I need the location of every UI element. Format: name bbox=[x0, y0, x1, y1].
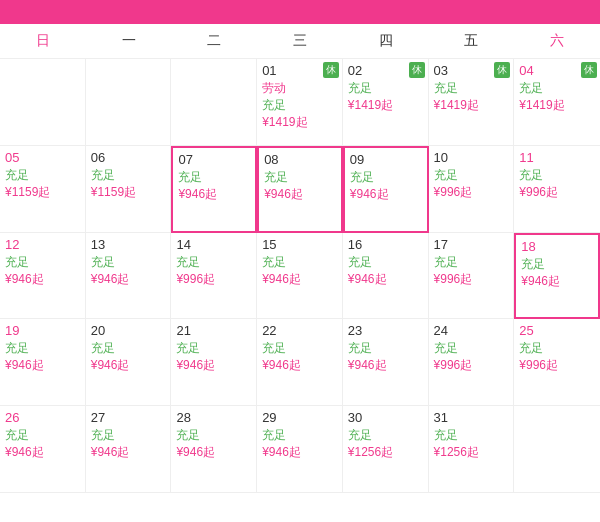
day-number: 09 bbox=[350, 152, 422, 167]
availability-status: 充足 bbox=[5, 340, 80, 357]
day-cell-01[interactable]: 01劳动充足¥1419起休 bbox=[257, 59, 343, 146]
day-cell-19[interactable]: 19充足¥946起 bbox=[0, 319, 86, 406]
weekday-tue: 二 bbox=[171, 24, 257, 58]
price-label: ¥996起 bbox=[434, 357, 509, 374]
holiday-badge: 休 bbox=[323, 62, 339, 78]
empty-cell bbox=[514, 406, 600, 493]
day-cell-23[interactable]: 23充足¥946起 bbox=[343, 319, 429, 406]
day-number: 27 bbox=[91, 410, 166, 425]
day-cell-30[interactable]: 30充足¥1256起 bbox=[343, 406, 429, 493]
price-label: ¥946起 bbox=[178, 186, 250, 203]
day-cell-07[interactable]: 07充足¥946起 bbox=[171, 146, 257, 233]
day-number: 10 bbox=[434, 150, 509, 165]
holiday-badge: 休 bbox=[494, 62, 510, 78]
day-cell-08[interactable]: 08充足¥946起 bbox=[257, 146, 343, 233]
day-number: 05 bbox=[5, 150, 80, 165]
day-cell-10[interactable]: 10充足¥996起 bbox=[429, 146, 515, 233]
price-label: ¥946起 bbox=[5, 357, 80, 374]
day-number: 17 bbox=[434, 237, 509, 252]
availability-status: 充足 bbox=[91, 254, 166, 271]
next-month-button[interactable] bbox=[558, 0, 590, 28]
price-label: ¥1256起 bbox=[434, 444, 509, 461]
empty-cell bbox=[86, 59, 172, 146]
availability-status: 充足 bbox=[262, 97, 337, 114]
day-cell-04[interactable]: 04充足¥1419起休 bbox=[514, 59, 600, 146]
day-number: 08 bbox=[264, 152, 336, 167]
availability-status: 充足 bbox=[176, 254, 251, 271]
availability-status: 充足 bbox=[519, 340, 595, 357]
availability-status: 充足 bbox=[348, 80, 423, 97]
day-cell-28[interactable]: 28充足¥946起 bbox=[171, 406, 257, 493]
day-number: 26 bbox=[5, 410, 80, 425]
availability-status: 充足 bbox=[262, 340, 337, 357]
availability-status: 充足 bbox=[176, 340, 251, 357]
price-label: ¥946起 bbox=[264, 186, 336, 203]
day-number: 12 bbox=[5, 237, 80, 252]
availability-status: 充足 bbox=[434, 80, 509, 97]
day-cell-18[interactable]: 18充足¥946起 bbox=[514, 233, 600, 320]
day-cell-16[interactable]: 16充足¥946起 bbox=[343, 233, 429, 320]
empty-cell bbox=[171, 59, 257, 146]
day-cell-17[interactable]: 17充足¥996起 bbox=[429, 233, 515, 320]
weekday-mon: 一 bbox=[86, 24, 172, 58]
calendar-header bbox=[0, 0, 600, 24]
day-cell-15[interactable]: 15充足¥946起 bbox=[257, 233, 343, 320]
price-label: ¥996起 bbox=[434, 184, 509, 201]
day-number: 28 bbox=[176, 410, 251, 425]
price-label: ¥946起 bbox=[5, 444, 80, 461]
availability-status: 充足 bbox=[91, 340, 166, 357]
day-cell-14[interactable]: 14充足¥996起 bbox=[171, 233, 257, 320]
availability-status: 充足 bbox=[350, 169, 422, 186]
price-label: ¥1159起 bbox=[91, 184, 166, 201]
price-label: ¥946起 bbox=[176, 444, 251, 461]
availability-status: 充足 bbox=[434, 340, 509, 357]
day-cell-25[interactable]: 25充足¥996起 bbox=[514, 319, 600, 406]
availability-status: 充足 bbox=[91, 427, 166, 444]
price-label: ¥946起 bbox=[5, 271, 80, 288]
price-label: ¥1419起 bbox=[348, 97, 423, 114]
day-cell-27[interactable]: 27充足¥946起 bbox=[86, 406, 172, 493]
day-cell-29[interactable]: 29充足¥946起 bbox=[257, 406, 343, 493]
day-number: 31 bbox=[434, 410, 509, 425]
availability-status: 充足 bbox=[434, 167, 509, 184]
price-label: ¥946起 bbox=[262, 271, 337, 288]
day-cell-12[interactable]: 12充足¥946起 bbox=[0, 233, 86, 320]
day-cell-31[interactable]: 31充足¥1256起 bbox=[429, 406, 515, 493]
day-cell-06[interactable]: 06充足¥1159起 bbox=[86, 146, 172, 233]
day-cell-03[interactable]: 03充足¥1419起休 bbox=[429, 59, 515, 146]
availability-status: 充足 bbox=[5, 254, 80, 271]
day-cell-13[interactable]: 13充足¥946起 bbox=[86, 233, 172, 320]
price-label: ¥1419起 bbox=[434, 97, 509, 114]
day-cell-20[interactable]: 20充足¥946起 bbox=[86, 319, 172, 406]
weekday-row: 日 一 二 三 四 五 六 bbox=[0, 24, 600, 59]
availability-status: 充足 bbox=[91, 167, 166, 184]
availability-status: 充足 bbox=[434, 254, 509, 271]
day-cell-26[interactable]: 26充足¥946起 bbox=[0, 406, 86, 493]
day-cell-21[interactable]: 21充足¥946起 bbox=[171, 319, 257, 406]
empty-cell bbox=[0, 59, 86, 146]
day-number: 14 bbox=[176, 237, 251, 252]
day-number: 15 bbox=[262, 237, 337, 252]
price-label: ¥1419起 bbox=[519, 97, 595, 114]
price-label: ¥946起 bbox=[348, 271, 423, 288]
availability-status: 充足 bbox=[5, 427, 80, 444]
day-cell-09[interactable]: 09充足¥946起 bbox=[343, 146, 429, 233]
day-cell-11[interactable]: 11充足¥996起 bbox=[514, 146, 600, 233]
day-cell-05[interactable]: 05充足¥1159起 bbox=[0, 146, 86, 233]
day-number: 11 bbox=[519, 150, 595, 165]
day-number: 25 bbox=[519, 323, 595, 338]
day-cell-24[interactable]: 24充足¥996起 bbox=[429, 319, 515, 406]
day-number: 13 bbox=[91, 237, 166, 252]
day-number: 22 bbox=[262, 323, 337, 338]
price-label: ¥1256起 bbox=[348, 444, 423, 461]
availability-status: 充足 bbox=[262, 254, 337, 271]
price-label: ¥946起 bbox=[91, 271, 166, 288]
availability-status: 充足 bbox=[5, 167, 80, 184]
price-label: ¥946起 bbox=[350, 186, 422, 203]
price-label: ¥946起 bbox=[176, 357, 251, 374]
weekday-fri: 五 bbox=[429, 24, 515, 58]
holiday-badge: 休 bbox=[581, 62, 597, 78]
day-cell-02[interactable]: 02充足¥1419起休 bbox=[343, 59, 429, 146]
weekday-sat: 六 bbox=[514, 24, 600, 58]
day-cell-22[interactable]: 22充足¥946起 bbox=[257, 319, 343, 406]
